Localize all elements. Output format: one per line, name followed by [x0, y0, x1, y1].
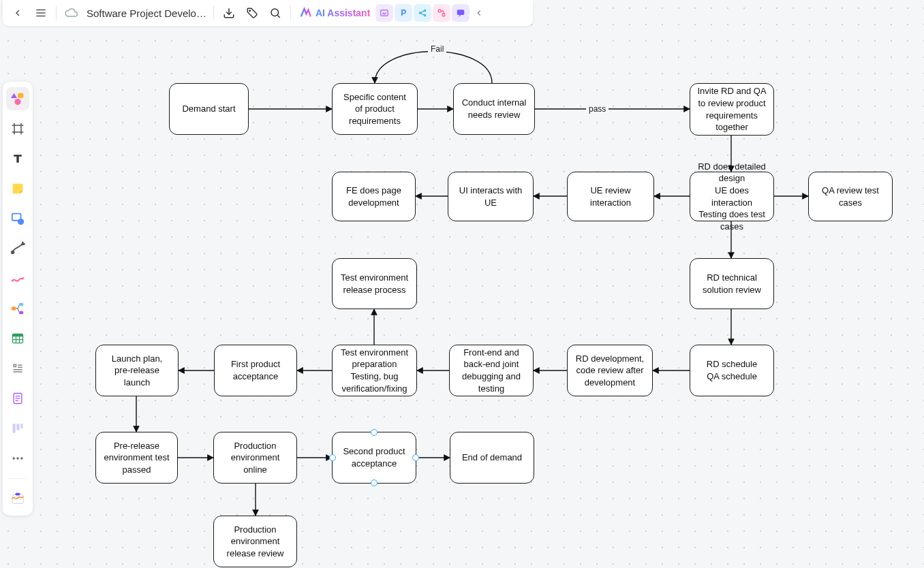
tool-connector[interactable]: [6, 237, 29, 260]
svg-rect-12: [442, 14, 445, 16]
node-fe-dev[interactable]: FE does page development: [332, 172, 416, 221]
collapse-toolbar-button[interactable]: [471, 2, 487, 24]
tag-icon: [246, 7, 258, 19]
tool-more[interactable]: [6, 447, 29, 470]
mini-share-button[interactable]: [414, 4, 431, 22]
node-label: Front-end and back-end joint debugging a…: [457, 347, 526, 394]
node-second-acceptance[interactable]: Second product acceptance: [332, 432, 416, 484]
svg-point-10: [425, 14, 426, 16]
node-end-demand[interactable]: End of demand: [450, 432, 534, 484]
text-lines-icon: [11, 362, 25, 375]
tool-templates[interactable]: [6, 487, 29, 510]
menu-button[interactable]: [30, 2, 52, 24]
resize-handle-bottom[interactable]: [371, 479, 378, 486]
table-icon: [11, 332, 25, 345]
node-ui-ue[interactable]: UI interacts with UE: [448, 172, 534, 221]
mini-flow-button[interactable]: [433, 4, 450, 22]
cloud-sync-button[interactable]: [61, 2, 82, 24]
node-requirements-content[interactable]: Specific content of product requirements: [332, 83, 418, 135]
node-test-env-prep[interactable]: Test environment preparation Testing, bu…: [332, 345, 417, 396]
tool-kanban[interactable]: [6, 417, 29, 440]
hamburger-icon: [35, 7, 47, 19]
node-qa-review-cases[interactable]: QA review test cases: [808, 172, 893, 221]
tool-shapes[interactable]: [6, 87, 29, 110]
svg-rect-34: [20, 424, 22, 428]
resize-handle-left[interactable]: [329, 454, 336, 461]
resize-handle-top[interactable]: [371, 429, 378, 436]
svg-rect-33: [16, 424, 19, 430]
node-label: Launch plan, pre-release launch: [103, 353, 171, 389]
node-schedule[interactable]: RD schedule QA schedule: [690, 345, 774, 396]
node-label: Second product acceptance: [339, 445, 409, 469]
node-internal-review[interactable]: Conduct internal needs review: [453, 83, 535, 135]
node-tech-review[interactable]: RD technical solution review: [690, 258, 774, 309]
mini-p-button[interactable]: P: [395, 4, 412, 22]
node-label: Invite RD and QA to review product requi…: [697, 85, 767, 133]
node-test-env-release[interactable]: Test environment release process: [332, 258, 417, 309]
node-prod-online[interactable]: Production environment online: [213, 432, 297, 484]
download-button[interactable]: [218, 2, 240, 24]
tool-shape-rect[interactable]: [6, 207, 29, 230]
chevron-left-icon: [474, 8, 484, 18]
edge-label-pass: pass: [586, 104, 609, 114]
image-sparkle-icon: [380, 8, 389, 18]
node-label: Production environment release review: [221, 524, 290, 560]
node-label: RD schedule QA schedule: [707, 358, 757, 382]
kanban-icon: [11, 422, 25, 435]
chat-icon: [456, 8, 465, 18]
ai-assistant-button[interactable]: AI Assistant: [295, 7, 374, 19]
tool-text-block[interactable]: [6, 357, 29, 380]
node-label: Production environment online: [221, 440, 290, 476]
ellipsis-icon: [11, 452, 25, 465]
node-label: Specific content of product requirements: [339, 91, 410, 127]
node-label: RD development, code review after develo…: [574, 353, 645, 389]
document-title[interactable]: Software Project Develo…: [84, 7, 209, 19]
rect-circle-icon: [10, 211, 25, 226]
svg-point-35: [13, 457, 15, 459]
tool-pen[interactable]: [6, 267, 29, 290]
ai-logo-icon: [299, 7, 311, 19]
node-parallel-design[interactable]: RD does detailed design UE does interact…: [690, 172, 774, 221]
resize-handle-right[interactable]: [412, 454, 419, 461]
svg-rect-25: [19, 311, 23, 315]
node-launch-plan[interactable]: Launch plan, pre-release launch: [95, 345, 179, 396]
tool-table[interactable]: [6, 327, 29, 350]
node-first-acceptance[interactable]: First product acceptance: [214, 345, 297, 396]
svg-rect-38: [12, 495, 24, 504]
mindmap-icon: [10, 301, 25, 316]
tag-button[interactable]: [241, 2, 263, 24]
node-prod-release-review[interactable]: Production environment release review: [213, 516, 297, 567]
svg-line-6: [277, 15, 279, 17]
node-joint-debug[interactable]: Front-end and back-end joint debugging a…: [449, 345, 534, 396]
svg-rect-24: [19, 303, 23, 306]
node-ue-review[interactable]: UE review interaction: [567, 172, 654, 221]
tool-text[interactable]: [6, 147, 29, 170]
separator: [56, 5, 57, 20]
tool-frame[interactable]: [6, 117, 29, 140]
node-invite-rd-qa[interactable]: Invite RD and QA to review product requi…: [690, 83, 774, 136]
node-label: FE does page development: [339, 185, 408, 208]
node-demand-start[interactable]: Demand start: [169, 83, 249, 135]
search-button[interactable]: [264, 2, 286, 24]
shapes-icon: [10, 91, 25, 106]
svg-rect-23: [12, 306, 16, 311]
node-label: Test environment release process: [339, 272, 410, 296]
node-rd-dev[interactable]: RD development, code review after develo…: [567, 345, 653, 396]
templates-icon: [10, 491, 25, 506]
node-prerelease-test[interactable]: Pre-release environment test passed: [95, 432, 178, 484]
tool-document[interactable]: [6, 387, 29, 410]
separator: [290, 5, 291, 20]
chevron-left-icon: [12, 7, 23, 18]
svg-point-9: [425, 10, 426, 11]
ai-image-button[interactable]: [375, 4, 393, 22]
mini-chat-button[interactable]: [452, 4, 469, 22]
node-label: QA review test cases: [816, 185, 885, 208]
node-label: RD does detailed design UE does interact…: [697, 161, 767, 232]
back-button[interactable]: [7, 2, 29, 24]
separator: [213, 5, 214, 20]
svg-rect-39: [15, 493, 20, 496]
svg-rect-11: [439, 10, 442, 12]
tool-mindmap[interactable]: [6, 297, 29, 320]
node-label: UE review interaction: [574, 185, 647, 208]
tool-sticky-note[interactable]: [6, 177, 29, 200]
